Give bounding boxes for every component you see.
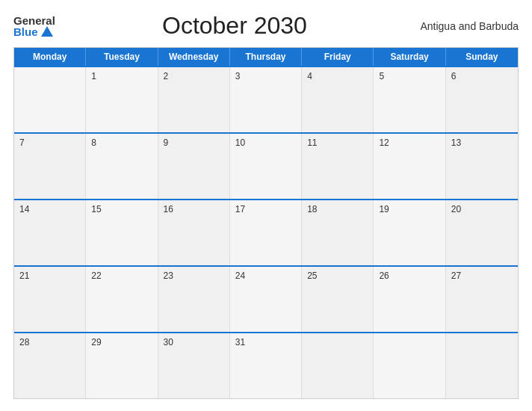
header-saturday: Saturday [374, 48, 445, 66]
calendar-cell-4-6: 26 [374, 267, 445, 332]
day-number: 26 [379, 271, 439, 281]
day-number: 20 [451, 204, 513, 214]
day-number: 17 [235, 204, 296, 214]
calendar-page: General Blue October 2030 Antigua and Ba… [0, 0, 532, 411]
calendar-cell-3-1: 14 [14, 200, 86, 265]
logo-triangle-icon [41, 26, 53, 37]
day-number: 23 [164, 271, 224, 281]
calendar-cell-2-2: 8 [86, 134, 158, 199]
calendar-cell-1-1 [14, 67, 86, 132]
header-monday: Monday [14, 48, 86, 66]
day-number: 3 [235, 71, 296, 81]
calendar-cell-2-5: 11 [302, 134, 374, 199]
header-wednesday: Wednesday [158, 48, 230, 66]
calendar-cell-2-6: 12 [374, 134, 445, 199]
header-friday: Friday [302, 48, 374, 66]
day-number: 16 [164, 204, 224, 214]
day-number: 5 [379, 71, 439, 81]
calendar-cell-4-5: 25 [302, 267, 374, 332]
header-sunday: Sunday [446, 48, 518, 66]
day-number: 14 [19, 204, 80, 214]
day-number: 4 [307, 71, 368, 81]
day-number: 29 [91, 337, 152, 347]
day-number: 27 [451, 271, 513, 281]
day-number: 13 [451, 137, 513, 148]
calendar-body: 1234567891011121314151617181920212223242… [14, 66, 518, 398]
calendar-cell-5-6 [374, 333, 445, 398]
country-name: Antigua and Barbuda [414, 20, 519, 32]
calendar-cell-5-1: 28 [14, 333, 86, 398]
calendar-cell-4-3: 23 [158, 267, 230, 332]
calendar-cell-2-1: 7 [14, 134, 86, 199]
calendar-cell-3-5: 18 [302, 200, 374, 265]
calendar-cell-3-7: 20 [446, 200, 518, 265]
day-number: 28 [19, 337, 80, 347]
day-number: 9 [164, 137, 224, 148]
day-number: 31 [235, 337, 296, 347]
calendar-cell-1-5: 4 [302, 67, 374, 132]
calendar-cell-1-3: 2 [158, 67, 230, 132]
calendar-cell-4-7: 27 [446, 267, 518, 332]
calendar-week-5: 28293031 [14, 332, 518, 398]
logo-blue-text: Blue [13, 26, 53, 37]
calendar-week-2: 78910111213 [14, 132, 518, 199]
day-number: 11 [307, 137, 368, 148]
calendar-cell-1-2: 1 [86, 67, 158, 132]
calendar-cell-3-4: 17 [230, 200, 302, 265]
day-number: 25 [307, 271, 368, 281]
calendar-cell-3-2: 15 [86, 200, 158, 265]
calendar-cell-3-6: 19 [374, 200, 445, 265]
calendar-week-4: 21222324252627 [14, 265, 518, 332]
calendar-cell-1-4: 3 [230, 67, 302, 132]
day-number: 7 [19, 137, 80, 148]
day-number: 19 [379, 204, 439, 214]
calendar-header-row: Monday Tuesday Wednesday Thursday Friday… [14, 48, 518, 66]
calendar-cell-4-2: 22 [86, 267, 158, 332]
day-number: 2 [164, 71, 224, 81]
header-thursday: Thursday [230, 48, 302, 66]
calendar-cell-1-6: 5 [374, 67, 445, 132]
calendar-cell-2-4: 10 [230, 134, 302, 199]
logo: General Blue [13, 15, 55, 37]
calendar-cell-4-1: 21 [14, 267, 86, 332]
calendar-cell-5-5 [302, 333, 374, 398]
day-number: 10 [235, 137, 296, 148]
day-number: 22 [91, 271, 152, 281]
day-number: 24 [235, 271, 296, 281]
day-number: 30 [164, 337, 224, 347]
calendar-cell-5-7 [446, 333, 518, 398]
day-number: 15 [91, 204, 152, 214]
day-number: 18 [307, 204, 368, 214]
day-number: 1 [91, 71, 152, 81]
calendar-week-1: 123456 [14, 66, 518, 132]
day-number: 12 [379, 137, 439, 148]
calendar-cell-2-3: 9 [158, 134, 230, 199]
header-tuesday: Tuesday [86, 48, 158, 66]
calendar-cell-5-3: 30 [158, 333, 230, 398]
calendar-cell-5-4: 31 [230, 333, 302, 398]
calendar-title: October 2030 [55, 12, 414, 40]
day-number: 21 [19, 271, 80, 281]
calendar-cell-3-3: 16 [158, 200, 230, 265]
calendar-cell-5-2: 29 [86, 333, 158, 398]
calendar-cell-1-7: 6 [446, 67, 518, 132]
calendar-grid: Monday Tuesday Wednesday Thursday Friday… [13, 47, 519, 399]
logo-general-text: General [13, 15, 55, 26]
page-header: General Blue October 2030 Antigua and Ba… [13, 12, 519, 40]
calendar-week-3: 14151617181920 [14, 199, 518, 265]
calendar-cell-4-4: 24 [230, 267, 302, 332]
calendar-cell-2-7: 13 [446, 134, 518, 199]
day-number: 8 [91, 137, 152, 148]
day-number: 6 [451, 71, 513, 81]
